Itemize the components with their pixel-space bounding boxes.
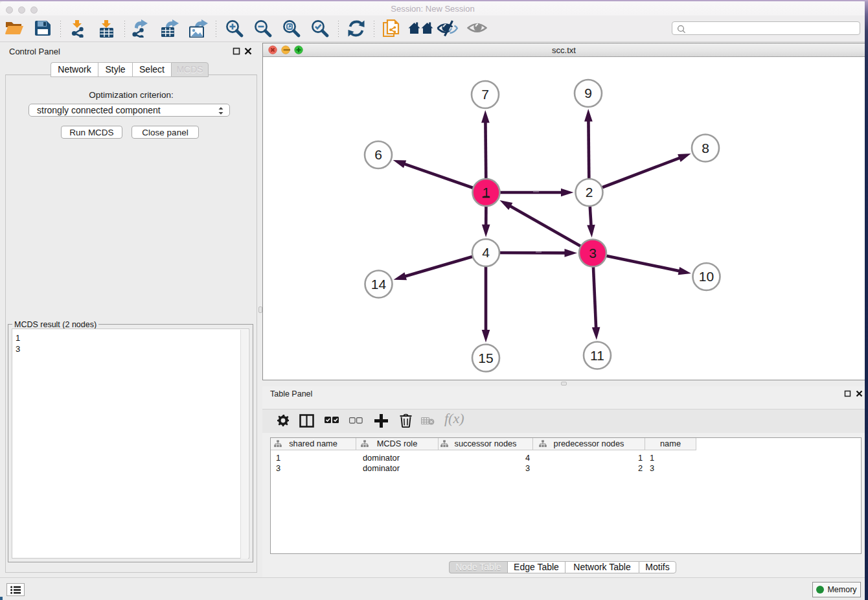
svg-text:15: 15 [478, 351, 493, 365]
svg-text:8: 8 [702, 141, 709, 156]
svg-text:9: 9 [584, 86, 592, 100]
svg-text:14: 14 [371, 277, 387, 292]
svg-text:3: 3 [589, 246, 597, 260]
svg-text:10: 10 [699, 269, 714, 284]
svg-text:4: 4 [482, 245, 490, 260]
svg-text:6: 6 [374, 147, 382, 162]
svg-text:2: 2 [586, 185, 593, 200]
svg-text:11: 11 [590, 348, 604, 363]
svg-text:7: 7 [481, 87, 489, 102]
